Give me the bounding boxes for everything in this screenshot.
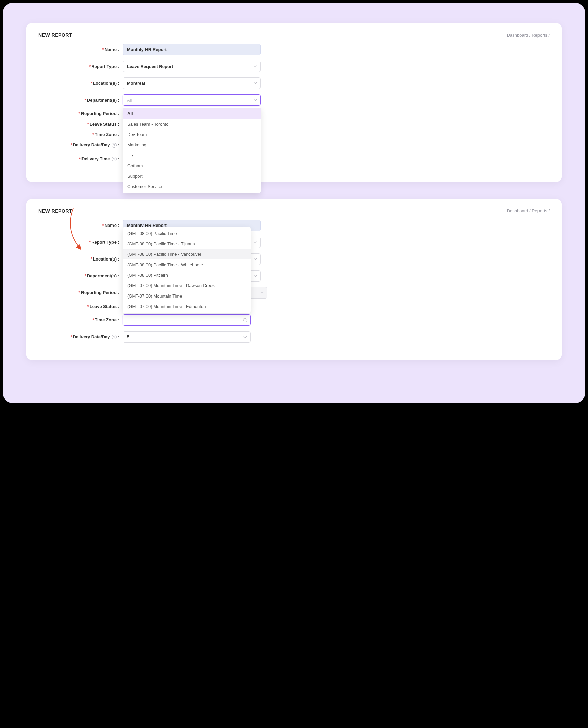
label-leave-status: *Leave Status :: [38, 304, 123, 309]
departments-select[interactable]: All: [123, 94, 261, 106]
label-locations: *Location(s) :: [38, 81, 123, 86]
departments-dropdown: AllSales Team - TorontoDev TeamMarketing…: [123, 107, 261, 193]
breadcrumb: Dashboard / Reports /: [507, 32, 550, 38]
label-reporting-period: *Reporting Period :: [38, 290, 123, 295]
label-name: *Name :: [38, 47, 123, 52]
label-name: *Name :: [38, 223, 123, 228]
label-departments: *Department(s) :: [38, 97, 123, 103]
label-report-type: *Report Type :: [38, 240, 123, 245]
delivery-date-select[interactable]: 5: [123, 331, 251, 343]
dropdown-option[interactable]: (GMT-07:00) Mountain Time - Edmonton: [123, 301, 251, 312]
dropdown-option[interactable]: Sales Team - Toronto: [123, 119, 261, 129]
svg-line-1: [246, 321, 247, 322]
dropdown-option[interactable]: Gotham: [123, 160, 261, 171]
dropdown-option[interactable]: (GMT-07:00) Mountain Time: [123, 291, 251, 301]
timezone-search-input[interactable]: [123, 314, 251, 326]
new-report-card-1: NEW REPORT Dashboard / Reports / *Name :…: [26, 23, 562, 182]
new-report-card-2: NEW REPORT Dashboard / Reports / *Name :…: [26, 199, 562, 360]
dropdown-option[interactable]: Support: [123, 171, 261, 181]
chevron-down-icon: [254, 65, 257, 68]
label-departments: *Department(s) :: [38, 273, 123, 278]
help-icon[interactable]: ?: [112, 156, 117, 161]
chevron-down-icon: [254, 274, 257, 278]
breadcrumb-sep: /: [529, 32, 531, 38]
breadcrumb-reports[interactable]: Reports: [532, 32, 547, 38]
breadcrumb-sep: /: [529, 208, 531, 213]
report-type-select[interactable]: Leave Request Report: [123, 61, 261, 72]
dropdown-option[interactable]: Dev Team: [123, 129, 261, 140]
label-leave-status: *Leave Status :: [38, 122, 123, 127]
page-title: NEW REPORT: [38, 32, 72, 38]
label-delivery-time: *Delivery Time ? :: [38, 156, 123, 161]
page-title: NEW REPORT: [38, 208, 72, 214]
help-icon[interactable]: ?: [112, 143, 117, 148]
label-reporting-period: *Reporting Period :: [38, 111, 123, 116]
chevron-down-icon: [244, 335, 247, 338]
label-delivery-date: *Delivery Date/Day ? :: [38, 334, 123, 339]
search-icon: [243, 318, 247, 322]
dropdown-option[interactable]: (GMT-08:00) Pacific Time: [123, 228, 251, 239]
dropdown-option[interactable]: (GMT-08:00) Pitcairn: [123, 270, 251, 280]
dropdown-option[interactable]: All: [123, 108, 261, 119]
label-delivery-date: *Delivery Date/Day ? :: [38, 142, 123, 148]
svg-point-0: [244, 318, 246, 321]
label-time-zone: *Time Zone :: [38, 317, 123, 323]
name-input[interactable]: Monthly HR Report: [123, 44, 261, 55]
chevron-down-icon: [254, 82, 257, 85]
breadcrumb-sep: /: [548, 208, 550, 213]
chevron-down-icon: [254, 98, 257, 102]
dropdown-option[interactable]: (GMT-08:00) Pacific Time - Tijuana: [123, 239, 251, 249]
chevron-down-icon: [260, 291, 264, 294]
dropdown-option[interactable]: Customer Service: [123, 181, 261, 192]
label-locations: *Location(s) :: [38, 257, 123, 262]
dropdown-option[interactable]: (GMT-07:00) Mountain Time - Dawson Creek: [123, 280, 251, 291]
locations-select[interactable]: Montreal: [123, 78, 261, 89]
label-time-zone: *Time Zone :: [38, 132, 123, 137]
chevron-down-icon: [254, 241, 257, 244]
breadcrumb-reports[interactable]: Reports: [532, 208, 547, 213]
breadcrumb-dashboard[interactable]: Dashboard: [507, 32, 528, 38]
help-icon[interactable]: ?: [112, 334, 117, 339]
dropdown-option[interactable]: (GMT-08:00) Pacific Time - Vancouver: [123, 249, 251, 260]
breadcrumb: Dashboard / Reports /: [507, 208, 550, 213]
dropdown-option[interactable]: HR: [123, 150, 261, 160]
dropdown-option[interactable]: (GMT-08:00) Pacific Time - Whitehorse: [123, 260, 251, 270]
chevron-down-icon: [254, 258, 257, 261]
breadcrumb-dashboard[interactable]: Dashboard: [507, 208, 528, 213]
label-report-type: *Report Type :: [38, 64, 123, 69]
breadcrumb-sep: /: [548, 32, 550, 38]
dropdown-option[interactable]: Marketing: [123, 140, 261, 150]
timezone-dropdown: (GMT-08:00) Pacific Time(GMT-08:00) Paci…: [123, 227, 251, 313]
